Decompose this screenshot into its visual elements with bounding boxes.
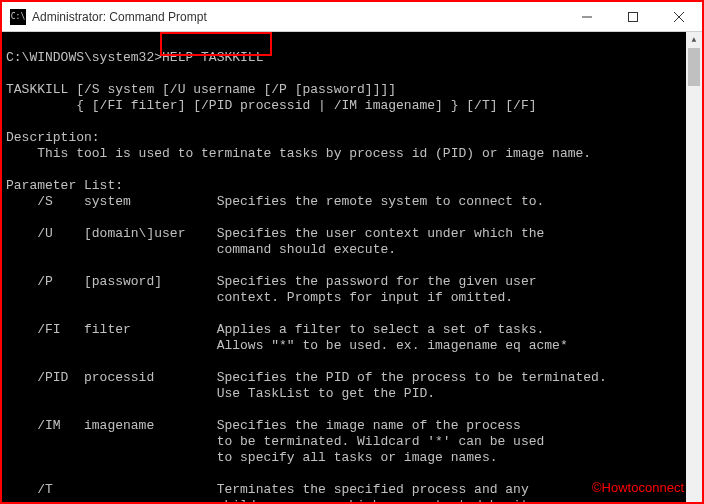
close-button[interactable] bbox=[656, 2, 702, 32]
maximize-icon bbox=[628, 12, 638, 22]
window-title: Administrator: Command Prompt bbox=[32, 10, 207, 24]
minimize-icon bbox=[582, 12, 592, 22]
cmd-icon: C:\ bbox=[10, 9, 26, 25]
maximize-button[interactable] bbox=[610, 2, 656, 32]
close-icon bbox=[674, 12, 684, 22]
minimize-button[interactable] bbox=[564, 2, 610, 32]
scroll-up-arrow-icon[interactable]: ▲ bbox=[686, 32, 702, 48]
terminal-content: C:\WINDOWS\system32>HELP TASKKILL TASKKI… bbox=[2, 32, 686, 502]
svg-rect-1 bbox=[629, 12, 638, 21]
vertical-scrollbar[interactable]: ▲ bbox=[686, 32, 702, 502]
terminal[interactable]: C:\WINDOWS\system32>HELP TASKKILL TASKKI… bbox=[2, 32, 702, 502]
scrollbar-thumb[interactable] bbox=[688, 48, 700, 86]
titlebar: C:\ Administrator: Command Prompt bbox=[2, 2, 702, 32]
